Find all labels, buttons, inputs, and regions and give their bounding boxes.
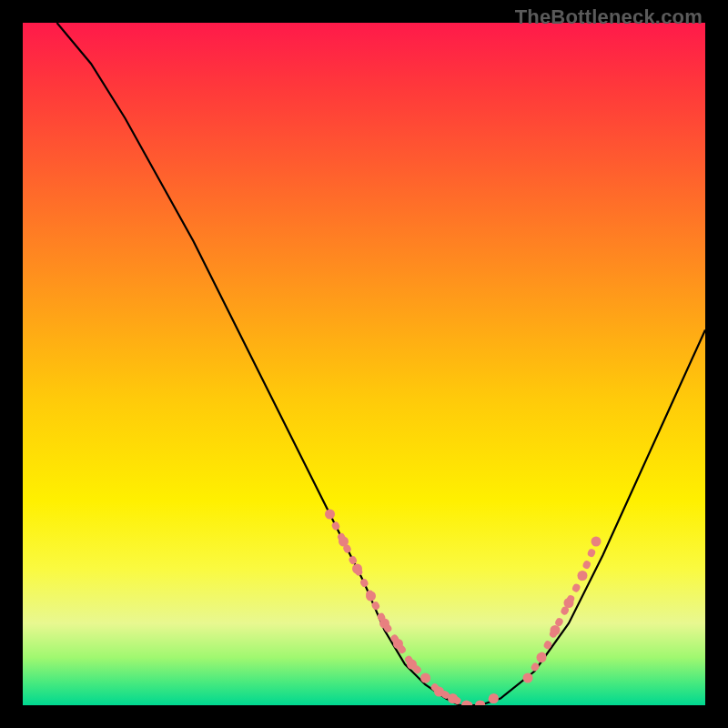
marker-dot — [352, 564, 362, 574]
marker-dot — [325, 510, 335, 520]
marker-dot — [551, 625, 561, 635]
marker-dot — [434, 687, 444, 697]
left-marker-segment — [325, 510, 499, 706]
marker-dot — [448, 693, 458, 703]
marker-dot — [407, 660, 417, 670]
marker-dot — [379, 619, 389, 629]
watermark: TheBottleneck.com — [515, 5, 703, 29]
bottleneck-curve — [57, 23, 706, 705]
marker-dot — [366, 592, 376, 602]
marker-dot — [592, 537, 602, 547]
right-marker-segment — [523, 537, 602, 683]
marker-dot — [578, 571, 588, 581]
marker-dot — [489, 693, 499, 703]
chart-frame: TheBottleneck.com — [0, 0, 728, 728]
marker-dot — [564, 598, 574, 608]
marker-dot — [420, 673, 430, 683]
marker-dot — [339, 537, 349, 547]
marker-stroke — [330, 514, 494, 705]
marker-dot — [537, 652, 547, 662]
marker-dot — [461, 701, 471, 706]
marker-dot — [523, 673, 533, 683]
curve-svg — [23, 23, 705, 705]
plot-area — [23, 23, 705, 705]
marker-dot — [475, 701, 485, 706]
marker-dot — [393, 639, 403, 649]
